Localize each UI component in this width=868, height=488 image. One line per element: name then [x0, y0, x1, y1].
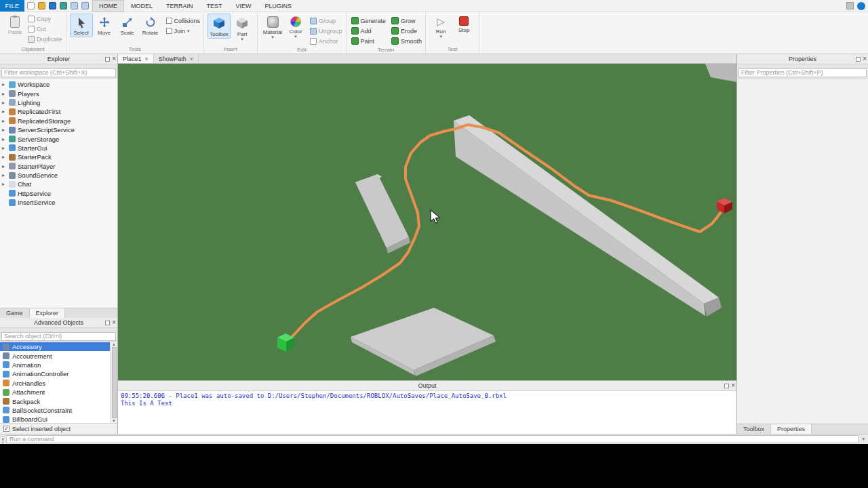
object-list-item[interactable]: BillboardGui: [0, 415, 110, 423]
close-tab-icon[interactable]: ×: [190, 56, 193, 62]
scale-tool-button[interactable]: Scale: [116, 14, 139, 37]
file-menu-button[interactable]: FILE: [0, 0, 24, 12]
select-inserted-checkbox[interactable]: ✓: [3, 426, 9, 432]
expand-arrow-icon[interactable]: ▸: [2, 108, 7, 115]
dock-tab[interactable]: Toolbox: [737, 424, 771, 434]
explorer-tree-item[interactable]: ▸ ReplicatedFirst: [0, 107, 117, 116]
explorer-tree-item[interactable]: ▸ ServerStorage: [0, 134, 117, 143]
explorer-tree-item[interactable]: ▸ StarterGui: [0, 144, 117, 152]
pin-panel-icon[interactable]: [856, 57, 861, 62]
explorer-tree-item[interactable]: ▸ InsertService: [0, 198, 117, 207]
object-list-item[interactable]: Animation: [0, 361, 110, 369]
list-scrollbar[interactable]: ▲ ▼: [110, 342, 117, 423]
explorer-tree-item[interactable]: ▸ StarterPlayer: [0, 162, 117, 171]
expand-arrow-icon[interactable]: ▸: [2, 91, 7, 97]
expand-arrow-icon[interactable]: ▸: [2, 181, 7, 187]
properties-filter-input[interactable]: [738, 68, 867, 77]
object-list-item[interactable]: Accessory: [0, 342, 110, 351]
object-list-item[interactable]: BallSocketConstraint: [0, 406, 110, 415]
pin-panel-icon[interactable]: [724, 384, 729, 388]
terrain-smooth-button[interactable]: Smooth: [391, 36, 422, 46]
explorer-tree-item[interactable]: ▸ Lighting: [0, 98, 117, 107]
ungroup-button[interactable]: Ungroup: [310, 26, 342, 36]
save-icon[interactable]: [49, 2, 56, 9]
toolbox-button[interactable]: Toolbox: [208, 14, 231, 39]
expand-arrow-icon[interactable]: ▸: [2, 163, 7, 169]
terrain-erode-button[interactable]: Erode: [391, 26, 422, 36]
group-button[interactable]: Group: [310, 16, 342, 26]
new-place-icon[interactable]: [27, 2, 35, 9]
pin-panel-icon[interactable]: [105, 57, 110, 62]
expand-arrow-icon[interactable]: ▸: [2, 100, 7, 106]
copy-button[interactable]: Copy: [28, 14, 62, 24]
object-list-item[interactable]: Accoutrement: [0, 351, 110, 360]
close-panel-icon[interactable]: ×: [112, 56, 116, 62]
terrain-paint-button[interactable]: Paint: [351, 36, 387, 46]
object-list-item[interactable]: Backpack: [0, 396, 110, 405]
expand-arrow-icon[interactable]: ▸: [2, 118, 7, 124]
run-button[interactable]: ▷ Run ▾: [429, 14, 452, 40]
collisions-toggle[interactable]: Collisions: [166, 16, 201, 26]
close-panel-icon[interactable]: ×: [863, 56, 867, 62]
object-search-input[interactable]: [1, 332, 116, 341]
publish-icon[interactable]: [60, 2, 67, 9]
expand-arrow-icon[interactable]: ▸: [2, 154, 7, 160]
object-list-item[interactable]: ArcHandles: [0, 379, 110, 388]
color-button[interactable]: Color ▾: [284, 14, 307, 40]
close-panel-icon[interactable]: ×: [112, 319, 116, 326]
layout-grid-icon[interactable]: [846, 2, 854, 9]
account-icon[interactable]: [857, 2, 865, 10]
object-list-item[interactable]: AnimationController: [0, 369, 110, 378]
explorer-tree-item[interactable]: ▸ ServerScriptService: [0, 125, 117, 134]
undo-icon[interactable]: [71, 2, 78, 9]
expand-arrow-icon[interactable]: ▸: [2, 145, 7, 151]
anchor-button[interactable]: Anchor: [310, 36, 342, 46]
ribbon-tab[interactable]: PLUGINS: [258, 0, 299, 12]
explorer-tree-item[interactable]: ▸ Workspace: [0, 80, 117, 89]
rotate-tool-button[interactable]: Rotate: [139, 14, 162, 37]
select-tool-button[interactable]: Select: [70, 14, 93, 37]
expand-arrow-icon[interactable]: ▸: [2, 81, 7, 87]
material-button[interactable]: Material ▾: [261, 14, 284, 41]
scroll-down-icon[interactable]: ▼: [112, 419, 116, 423]
explorer-tree-item[interactable]: ▸ ReplicatedStorage: [0, 117, 117, 125]
3d-viewport[interactable]: [118, 64, 736, 380]
ribbon-tab[interactable]: VIEW: [229, 0, 258, 12]
terrain-generate-button[interactable]: Generate: [351, 16, 387, 26]
close-tab-icon[interactable]: ×: [145, 56, 149, 62]
expand-arrow-icon[interactable]: ▸: [2, 172, 7, 178]
expand-arrow-icon[interactable]: ▸: [2, 136, 7, 142]
part-button[interactable]: Part ▾: [231, 14, 254, 43]
scrollbar-thumb[interactable]: [112, 347, 117, 418]
dock-tab[interactable]: Game: [0, 308, 30, 318]
terrain-grow-button[interactable]: Grow: [391, 16, 422, 26]
pin-panel-icon[interactable]: [105, 321, 110, 325]
scroll-up-icon[interactable]: ▲: [112, 342, 116, 346]
terrain-add-button[interactable]: Add: [351, 26, 387, 36]
output-log[interactable]: 09:55:20.606 - Place1 was auto-saved to …: [118, 391, 736, 434]
dock-tab[interactable]: Explorer: [30, 308, 66, 318]
explorer-tree-item[interactable]: ▸ SoundService: [0, 171, 117, 180]
ribbon-tab[interactable]: MODEL: [124, 0, 159, 12]
explorer-tree-item[interactable]: ▸ Chat: [0, 180, 117, 188]
ribbon-tab[interactable]: TERRAIN: [159, 0, 200, 12]
document-tab[interactable]: ShowPath ×: [154, 54, 199, 63]
join-surfaces-dropdown[interactable]: Join▾: [166, 26, 201, 36]
drag-grip-icon[interactable]: [2, 436, 4, 443]
ribbon-tab[interactable]: HOME: [92, 0, 124, 12]
command-input[interactable]: [6, 435, 859, 443]
object-list-item[interactable]: Attachment: [0, 388, 110, 396]
document-tab[interactable]: Place1 ×: [118, 54, 154, 63]
open-file-icon[interactable]: [38, 2, 45, 9]
explorer-tree-item[interactable]: ▸ HttpService: [0, 189, 117, 198]
explorer-filter-input[interactable]: [1, 68, 116, 77]
redo-icon[interactable]: [81, 2, 89, 9]
explorer-tree-item[interactable]: ▸ StarterPack: [0, 152, 117, 161]
close-panel-icon[interactable]: ×: [731, 382, 735, 389]
explorer-tree-item[interactable]: ▸ Players: [0, 89, 117, 98]
ribbon-tab[interactable]: TEST: [200, 0, 229, 12]
dock-tab[interactable]: Properties: [771, 424, 812, 434]
chevron-down-icon[interactable]: ▾: [861, 436, 866, 442]
cut-button[interactable]: Cut: [28, 24, 62, 34]
paste-button[interactable]: Paste: [3, 14, 26, 37]
